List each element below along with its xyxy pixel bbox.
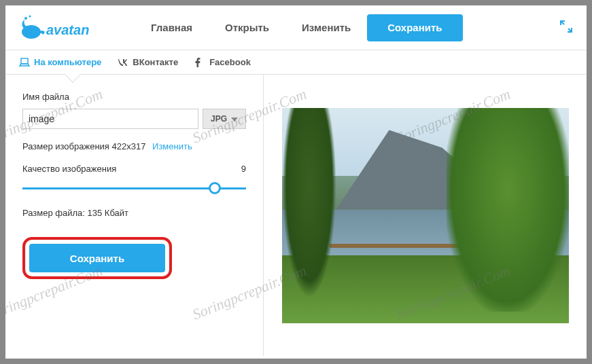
tab-facebook-label: Facebook [209, 57, 251, 67]
filesize-label: Размер файла: 135 Кбайт [22, 208, 246, 218]
svg-point-2 [29, 15, 31, 17]
fullscreen-icon[interactable] [559, 20, 573, 36]
nav-save[interactable]: Сохранить [367, 14, 462, 41]
facebook-icon [194, 58, 205, 67]
quality-slider[interactable] [22, 182, 246, 196]
svg-point-1 [24, 17, 27, 20]
nav-edit[interactable]: Изменить [285, 14, 367, 41]
nav-open[interactable]: Открыть [209, 14, 285, 41]
nav-home[interactable]: Главная [135, 14, 209, 41]
change-dimensions-link[interactable]: Изменить [152, 141, 192, 151]
filename-input[interactable] [22, 109, 198, 129]
laptop-icon [19, 58, 30, 67]
filename-label: Имя файла [22, 92, 246, 102]
image-preview [282, 108, 569, 323]
format-select[interactable]: JPG [203, 109, 246, 129]
svg-rect-4 [21, 58, 28, 64]
tab-vk[interactable]: ВКонтакте [118, 57, 178, 74]
tab-vk-label: ВКонтакте [133, 57, 178, 67]
tab-computer-label: На компьютере [34, 57, 101, 67]
logo[interactable]: avatan [19, 13, 114, 43]
tab-facebook[interactable]: Facebook [194, 57, 251, 74]
save-button[interactable]: Сохранить [29, 244, 165, 272]
vk-icon [118, 58, 128, 67]
svg-text:avatan: avatan [46, 22, 89, 37]
dimensions-label: Размер изображения 422x317 [22, 141, 145, 151]
quality-label: Качество изображения [22, 164, 116, 174]
tab-computer[interactable]: На компьютере [19, 57, 101, 74]
slider-thumb[interactable] [209, 182, 221, 194]
quality-value: 9 [241, 164, 246, 174]
save-highlight-box: Сохранить [22, 237, 172, 279]
chevron-down-icon [231, 114, 238, 124]
format-value: JPG [211, 114, 227, 124]
